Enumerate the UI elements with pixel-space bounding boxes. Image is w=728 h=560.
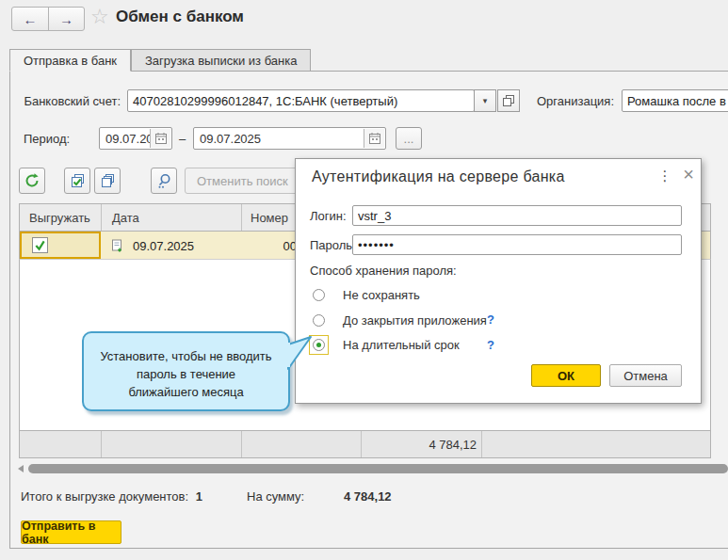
login-input[interactable] <box>352 205 682 226</box>
period-to-calendar-button[interactable] <box>364 129 384 148</box>
back-arrow-icon: ← <box>24 11 38 27</box>
kebab-menu-icon: ⋮ <box>658 168 672 184</box>
calendar-icon <box>368 132 381 145</box>
option-until-close[interactable]: До закрытия приложения <box>309 310 487 330</box>
help-link-until-close[interactable]: ? <box>487 312 494 327</box>
tab-send-label: Отправка в банк <box>24 54 117 68</box>
uncheck-all-button[interactable] <box>94 168 121 194</box>
period-from-field[interactable]: 09.07.2025 <box>99 127 172 150</box>
option-label: На длительный срок <box>343 338 460 352</box>
tab-load-label: Загрузка выписки из банка <box>145 54 297 68</box>
column-upload[interactable]: Выгружать <box>29 211 90 225</box>
document-date: 09.07.2025 <box>133 239 194 253</box>
summary-sum-label: На сумму: <box>247 489 304 504</box>
back-button[interactable]: ← <box>12 8 48 30</box>
account-dropdown-button[interactable]: ▾ <box>474 89 496 112</box>
check-all-icon <box>69 172 86 189</box>
hint-line-3: ближайшего месяца <box>84 383 288 401</box>
hint-tooltip: Установите, чтобы не вводить пароль в те… <box>82 331 290 411</box>
summary-count-value: 1 <box>196 489 202 504</box>
column-date[interactable]: Дата <box>112 211 139 225</box>
hint-tooltip-arrow <box>283 328 316 376</box>
dialog-menu-button[interactable]: ⋮ <box>657 168 672 184</box>
period-to-value: 09.07.2025 <box>200 132 261 146</box>
summary-count-label: Итого к выгрузке документов: <box>21 489 188 504</box>
organization-field[interactable] <box>622 89 728 112</box>
option-label: До закрытия приложения <box>343 313 487 328</box>
search-icon <box>155 172 172 189</box>
chevron-down-icon: ▾ <box>483 96 488 105</box>
hint-line-1: Установите, чтобы не вводить <box>84 347 288 365</box>
bank-account-label: Банковский счет: <box>24 89 121 112</box>
ok-label: ОК <box>558 369 574 383</box>
dialog-close-button[interactable]: × <box>678 164 699 185</box>
send-to-bank-button[interactable]: Отправить в банк <box>21 520 121 544</box>
refresh-icon <box>24 172 40 189</box>
account-open-button[interactable] <box>497 89 520 112</box>
radio-unselected-icon[interactable] <box>313 289 325 301</box>
summary-sum-value: 4 784,12 <box>344 489 392 504</box>
period-label: Период: <box>24 127 70 150</box>
favorite-star-icon[interactable]: ☆ <box>90 5 109 29</box>
upload-cell-selected[interactable] <box>20 232 101 259</box>
table-totals-row: 4 784,12 <box>19 430 711 458</box>
radio-unselected-icon[interactable] <box>313 314 325 327</box>
period-dash: – <box>179 132 186 146</box>
history-nav: ← → <box>11 7 85 31</box>
page-title: Обмен с банком <box>116 8 244 26</box>
cancel-label: Отмена <box>623 369 668 383</box>
period-to-field[interactable]: 09.07.2025 <box>193 127 386 150</box>
bank-account-field[interactable] <box>127 89 475 112</box>
column-divider <box>481 431 482 457</box>
upload-checkbox[interactable] <box>32 237 48 253</box>
ok-button[interactable]: ОК <box>531 364 601 387</box>
option-long-term[interactable]: На длительный срок <box>309 334 460 355</box>
hint-line-2: пароль в течение <box>84 365 288 383</box>
auth-dialog: Аутентификация на сервере банка ⋮ × Логи… <box>295 158 702 404</box>
horizontal-scrollbar-thumb[interactable] <box>28 464 728 473</box>
column-divider <box>101 204 102 231</box>
column-divider <box>101 431 102 457</box>
option-label: Не сохранять <box>343 288 420 302</box>
checkmark-icon <box>34 239 46 251</box>
scroll-left-arrow-icon[interactable] <box>18 465 24 472</box>
tab-send-to-bank[interactable]: Отправка в банк <box>9 49 131 72</box>
document-number: 00 <box>241 239 297 253</box>
refresh-button[interactable] <box>19 168 45 194</box>
period-more-button[interactable]: ... <box>396 127 422 150</box>
column-divider <box>241 204 242 231</box>
send-to-bank-label: Отправить в банк <box>22 520 121 546</box>
column-divider <box>241 431 242 457</box>
tab-load-statement[interactable]: Загрузка выписки из банка <box>131 49 311 72</box>
ellipsis-label: ... <box>404 132 414 146</box>
login-label: Логин: <box>310 209 347 223</box>
summary-count: Итого к выгрузке документов: 1 <box>21 489 202 504</box>
forward-button[interactable]: → <box>48 8 84 30</box>
radio-wrap <box>309 285 329 305</box>
document-icon <box>110 238 125 253</box>
calendar-icon <box>154 132 168 145</box>
password-storage-label: Способ хранения пароля: <box>310 264 457 278</box>
totals-sum-value: 4 784,12 <box>361 438 477 452</box>
check-all-button[interactable] <box>64 168 90 194</box>
password-label: Пароль: <box>310 238 356 252</box>
open-form-icon <box>501 93 516 108</box>
period-from-calendar-button[interactable] <box>150 129 170 148</box>
organization-label: Организация: <box>537 89 614 112</box>
option-do-not-save[interactable]: Не сохранять <box>309 284 420 305</box>
help-link-long-term[interactable]: ? <box>487 338 494 352</box>
cancel-button[interactable]: Отмена <box>609 364 682 387</box>
uncheck-all-icon <box>99 172 116 189</box>
radio-selected-dot <box>316 343 321 347</box>
cancel-search-label: Отменить поиск <box>197 174 288 188</box>
search-button[interactable] <box>151 168 177 194</box>
close-icon: × <box>683 164 694 184</box>
column-number[interactable]: Номер <box>251 211 288 225</box>
password-input[interactable] <box>352 234 682 255</box>
forward-arrow-icon: → <box>59 11 73 27</box>
app-window: { "page": { "title": "Обмен с банком" },… <box>0 0 728 560</box>
dialog-title: Аутентификация на сервере банка <box>312 168 565 185</box>
